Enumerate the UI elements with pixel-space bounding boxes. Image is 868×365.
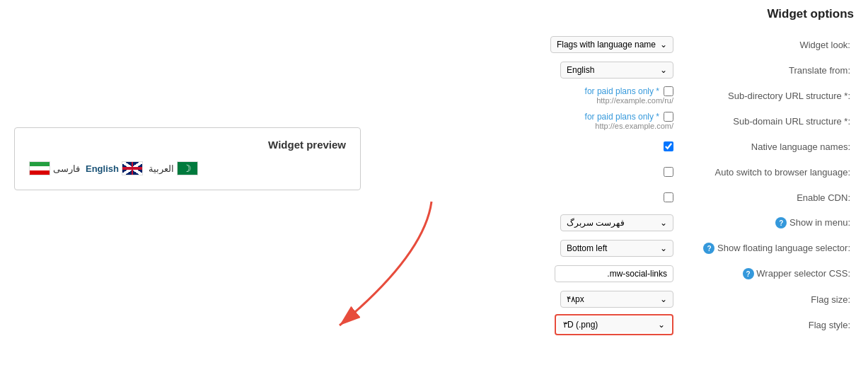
- translate-from-value: English: [567, 65, 594, 75]
- lang-item-farsi: فارسی: [29, 161, 80, 175]
- control-wrapper-css: [375, 261, 677, 286]
- control-flag-size: ⌄ ۴۸px: [375, 286, 677, 312]
- control-native-language: [375, 134, 677, 159]
- flag-style-dropdown[interactable]: ⌄ ۳D (.png): [557, 317, 671, 332]
- row-subdomain-url: for paid plans only * http://es.example.…: [375, 108, 854, 134]
- row-widget-look: ⌄ Flags with language name Widget look:: [375, 32, 854, 57]
- options-table: ⌄ Flags with language name Widget look: …: [375, 32, 854, 337]
- control-flag-style: ⌄ ۳D (.png): [375, 312, 677, 337]
- label-widget-look: Widget look:: [677, 32, 854, 57]
- wrapper-css-input[interactable]: [555, 265, 673, 282]
- farsi-label: فارسی: [53, 163, 80, 174]
- widget-look-dropdown[interactable]: ⌄ Flags with language name: [550, 36, 673, 53]
- lang-item-english: English: [86, 161, 143, 175]
- label-subdomain: Sub-domain URL structure *:: [677, 108, 854, 134]
- flag-size-dropdown[interactable]: ⌄ ۴۸px: [560, 291, 673, 308]
- row-flag-style: ⌄ ۳D (.png) Flag style:: [375, 312, 854, 337]
- left-panel: Widget preview ☽ العربية English فارسی: [0, 0, 361, 365]
- row-native-language: Native language names:: [375, 134, 854, 159]
- widget-preview-box: Widget preview ☽ العربية English فارسی: [14, 127, 361, 190]
- flag-arabic: ☽: [177, 161, 198, 175]
- help-icon-show-menu[interactable]: ?: [775, 217, 787, 228]
- subdomain-checkbox[interactable]: [664, 112, 673, 122]
- control-subdirectory-url: for paid plans only * http://example.com…: [375, 83, 677, 108]
- label-show-menu: ? Show in menu:: [677, 210, 854, 236]
- label-translate-from: Translate from:: [677, 57, 854, 83]
- label-auto-switch: Auto switch to browser language:: [677, 159, 854, 185]
- widget-flags-row: ☽ العربية English فارسی: [29, 161, 346, 175]
- label-enable-cdn: Enable CDN:: [677, 185, 854, 210]
- subdirectory-paid-link[interactable]: for paid plans only *: [585, 86, 659, 96]
- row-subdirectory-url: for paid plans only * http://example.com…: [375, 83, 854, 108]
- control-widget-look: ⌄ Flags with language name: [375, 32, 677, 57]
- row-show-menu: ⌄ فهرست سربرگ ? Show in menu:: [375, 210, 854, 236]
- flag-uk: [122, 161, 143, 175]
- widget-preview-title: Widget preview: [29, 139, 346, 151]
- control-show-floating: ⌄ Bottom left: [375, 236, 677, 261]
- show-floating-dropdown[interactable]: ⌄ Bottom left: [560, 240, 673, 257]
- chevron-down-icon3: ⌄: [660, 218, 667, 228]
- control-subdomain-url: for paid plans only * http://es.example.…: [375, 108, 677, 134]
- chevron-down-icon4: ⌄: [660, 243, 667, 253]
- flag-size-value: ۴۸px: [567, 294, 584, 304]
- row-enable-cdn: Enable CDN:: [375, 185, 854, 210]
- subdirectory-checkbox[interactable]: [664, 86, 673, 96]
- control-show-menu: ⌄ فهرست سربرگ: [375, 210, 677, 236]
- enable-cdn-checkbox[interactable]: [664, 192, 673, 202]
- row-flag-size: ⌄ ۴۸px Flag size:: [375, 286, 854, 312]
- help-icon-wrapper-css[interactable]: ?: [743, 268, 754, 279]
- main-container: Widget preview ☽ العربية English فارسی: [0, 0, 868, 365]
- english-label: English: [86, 163, 119, 174]
- show-floating-value: Bottom left: [567, 243, 607, 253]
- label-subdirectory: Sub-directory URL structure *:: [677, 83, 854, 108]
- row-show-floating: ⌄ Bottom left ? Show floating language s…: [375, 236, 854, 261]
- chevron-down-icon6: ⌄: [658, 320, 665, 330]
- label-wrapper-css: ? Wrapper selector CSS:: [677, 261, 854, 286]
- subdomain-url-hint: http://es.example.com/: [378, 122, 673, 130]
- control-enable-cdn: [375, 185, 677, 210]
- native-language-checkbox[interactable]: [664, 141, 673, 151]
- flag-style-highlight-box: ⌄ ۳D (.png): [555, 314, 673, 335]
- row-wrapper-css: ? Wrapper selector CSS:: [375, 261, 854, 286]
- subdomain-paid-link[interactable]: for paid plans only *: [585, 112, 659, 122]
- widget-options-title: Widget options: [375, 7, 854, 21]
- chevron-down-icon: ⌄: [660, 40, 667, 50]
- row-auto-switch: Auto switch to browser language:: [375, 159, 854, 185]
- subdirectory-url-hint: http://example.com/ru/: [378, 96, 673, 105]
- help-icon-show-floating[interactable]: ?: [703, 243, 714, 254]
- translate-from-dropdown[interactable]: ⌄ English: [560, 62, 673, 79]
- label-flag-size: Flag size:: [677, 286, 854, 312]
- label-flag-style: Flag style:: [677, 312, 854, 337]
- flag-iran: [29, 161, 50, 175]
- show-menu-dropdown[interactable]: ⌄ فهرست سربرگ: [560, 214, 673, 231]
- chevron-down-icon5: ⌄: [660, 294, 667, 304]
- control-translate-from: ⌄ English: [375, 57, 677, 83]
- row-translate-from: ⌄ English Translate from:: [375, 57, 854, 83]
- auto-switch-checkbox[interactable]: [664, 167, 673, 177]
- label-native-language: Native language names:: [677, 134, 854, 159]
- lang-item-arabic: ☽ العربية: [149, 161, 198, 175]
- control-auto-switch: [375, 159, 677, 185]
- right-panel: Widget options ⌄ Flags with language nam…: [361, 0, 868, 365]
- arabic-label: العربية: [149, 163, 174, 174]
- flag-style-value: ۳D (.png): [563, 320, 598, 330]
- label-show-floating: ? Show floating language selector:: [677, 236, 854, 261]
- chevron-down-icon2: ⌄: [660, 65, 667, 75]
- widget-look-value: Flags with language name: [557, 40, 656, 50]
- show-menu-value: فهرست سربرگ: [567, 218, 625, 228]
